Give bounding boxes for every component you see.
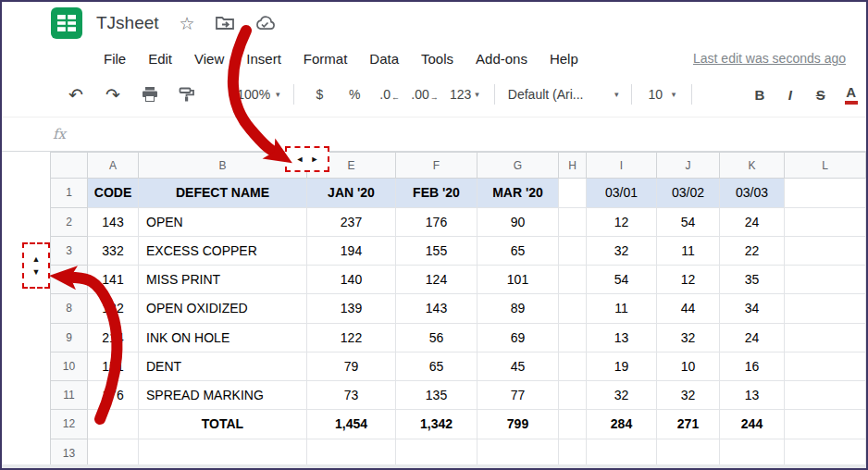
cell[interactable]: 24 [720,323,785,352]
decrease-decimal-button[interactable]: .0← [372,87,407,102]
cell[interactable]: 03/01 [587,179,657,207]
menu-data[interactable]: Data [358,51,410,67]
cell[interactable]: 135 [396,381,477,410]
text-color-button[interactable]: A [836,85,866,105]
cell[interactable]: 101 [477,266,559,294]
cell[interactable]: 122 [88,294,139,323]
column-header[interactable]: L [785,153,866,179]
font-size-select[interactable]: 10 ▾ [639,87,684,102]
cell[interactable]: 12 [587,207,657,236]
cell[interactable] [657,439,720,467]
cell[interactable] [785,294,866,323]
cell[interactable]: 12 [657,266,720,294]
menu-file[interactable]: File [93,51,137,67]
menu-tools[interactable]: Tools [410,51,465,67]
cell[interactable]: 151 [88,352,139,380]
move-folder-icon[interactable] [216,16,234,31]
cell[interactable]: 54 [657,207,720,236]
cell[interactable]: CODE [88,179,139,207]
cell[interactable] [559,323,587,352]
cell[interactable]: 1,454 [307,410,396,439]
cell[interactable]: 11 [657,236,720,265]
undo-button[interactable]: ↶ [57,86,94,104]
cell[interactable]: 13 [587,323,657,352]
cell[interactable]: 22 [720,236,785,265]
cell[interactable]: 16 [720,352,785,380]
cell[interactable]: 141 [88,266,139,294]
cell[interactable]: 143 [88,207,139,236]
cell[interactable] [139,439,307,467]
column-header[interactable]: K [720,153,785,179]
font-name-select[interactable]: Default (Ari... ▾ [502,87,625,102]
cell[interactable] [559,352,587,380]
cell[interactable]: MAR '20 [477,179,559,207]
column-header[interactable]: I [587,153,657,179]
cell[interactable] [785,381,866,410]
cell[interactable]: DENT [139,352,307,380]
cell[interactable]: EXCESS COPPER [139,236,307,265]
cell[interactable] [559,179,587,207]
cell[interactable]: 69 [477,323,559,352]
cell[interactable]: 54 [587,266,657,294]
cell[interactable]: 24 [720,207,785,236]
cell[interactable]: 45 [477,352,559,380]
cell[interactable]: 124 [396,266,477,294]
column-header[interactable]: G [477,153,559,179]
cell[interactable]: 284 [587,410,657,439]
cell[interactable] [559,410,587,439]
cell[interactable]: SPREAD MARKING [139,381,307,410]
menu-help[interactable]: Help [539,51,589,67]
cell[interactable]: 44 [657,294,720,323]
cell[interactable]: 237 [307,207,396,236]
cell[interactable]: 11 [587,294,657,323]
cell[interactable]: 214 [88,323,139,352]
cell[interactable] [785,236,866,265]
cloud-status-icon[interactable] [254,16,275,31]
cell[interactable]: MISS PRINT [139,266,307,294]
row-header[interactable]: 11 [51,381,88,410]
corner-cell[interactable] [51,153,88,179]
cell[interactable]: DEFECT NAME [139,179,307,207]
cell[interactable] [587,439,657,467]
cell[interactable]: JAN '20 [307,179,396,207]
row-header[interactable]: 9 [51,323,88,352]
cell[interactable] [307,439,396,467]
cell[interactable] [559,207,587,236]
cell[interactable]: 155 [396,236,477,265]
expand-hidden-rows-up-button[interactable]: ▲ [32,255,41,264]
cell[interactable] [720,439,785,467]
cell[interactable]: 89 [477,294,559,323]
row-header[interactable]: 10 [51,352,88,380]
cell[interactable]: 332 [88,236,139,265]
cell[interactable] [785,410,866,439]
menu-view[interactable]: View [183,51,235,67]
cell[interactable]: 65 [396,352,477,380]
row-header[interactable]: 7 [51,266,88,294]
cell[interactable] [785,179,866,207]
expand-hidden-columns-left-button[interactable]: ◄ [296,155,304,164]
column-header[interactable]: J [657,153,720,179]
cell[interactable]: 32 [587,381,657,410]
cell[interactable] [88,439,139,467]
column-header[interactable]: F [396,153,477,179]
number-format-button[interactable]: 123 ▾ [442,87,487,102]
cell[interactable]: 122 [307,323,396,352]
cell[interactable]: 10 [657,352,720,380]
cell[interactable]: 13 [720,381,785,410]
cell[interactable]: 244 [720,410,785,439]
row-header[interactable]: 13 [51,439,88,467]
column-header[interactable]: H [559,153,587,179]
menu-format[interactable]: Format [292,51,359,67]
cell[interactable]: 271 [657,410,720,439]
cell[interactable]: 65 [477,236,559,265]
cell[interactable]: 32 [587,236,657,265]
column-header[interactable]: A [88,153,139,179]
cell[interactable]: OPEN OXIDIZED [139,294,307,323]
cell[interactable]: 79 [307,352,396,380]
cell[interactable]: 77 [477,381,559,410]
cell[interactable] [396,439,477,467]
last-edit-link[interactable]: Last edit was seconds ago [693,51,846,66]
redo-button[interactable]: ↷ [94,86,131,104]
cell[interactable] [785,207,866,236]
cell[interactable] [559,266,587,294]
